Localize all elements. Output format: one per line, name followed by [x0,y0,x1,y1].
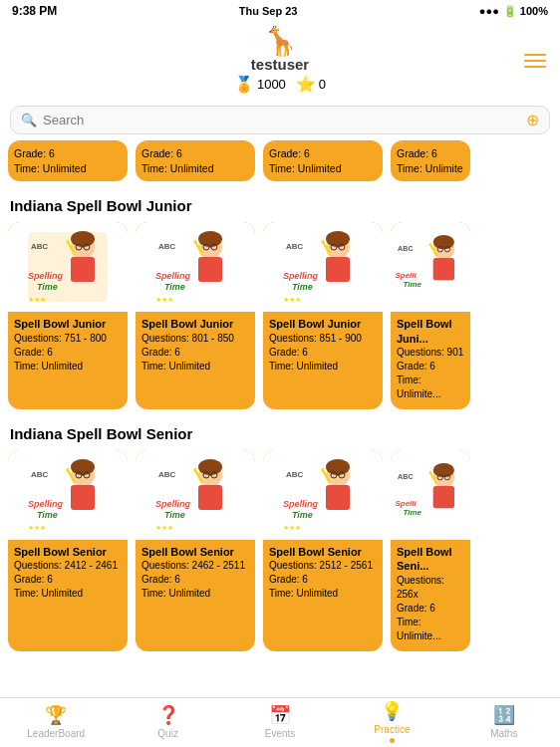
senior-card-time-4: Time: Unlimite... [397,616,464,643]
card-title-3: Spell Bowl Junior [269,317,377,331]
svg-text:Time: Time [292,510,313,520]
card-questions-4: Questions: 901 [397,346,464,360]
card-grade-3: Grade: 6 [269,346,377,360]
svg-text:Spelling: Spelling [28,499,64,509]
svg-text:ABC: ABC [31,470,49,479]
card-image-1: ABC Spelling Time [8,222,128,312]
time-label: Time: Unlimited [141,161,249,176]
spelling-time-illustration-s2: ABC Spelling Time ★★★ [150,455,240,535]
senior-card-time-1: Time: Unlimited [14,587,122,601]
svg-rect-80 [326,485,350,510]
card-time-1: Time: Unlimited [14,360,122,374]
card-body-3: Spell Bowl Junior Questions: 851 - 900 G… [263,312,383,373]
status-date: Thu Sep 23 [239,5,298,17]
tab-leaderboard[interactable]: 🏆 LeaderBoard [0,704,112,739]
menu-button[interactable] [524,54,546,68]
coins-display: 🏅 1000 [234,75,286,94]
spelling-time-illustration-4: ABC Spelli Time [391,227,470,307]
svg-text:Time: Time [37,510,58,520]
card-title-4: Spell Bowl Juni... [397,317,464,346]
senior-card-grade-4: Grade: 6 [397,602,464,616]
grade-label: Grade: 6 [397,146,464,161]
junior-card-3[interactable]: ABC Spelling Time ★★★ Spell Bowl Junior … [263,222,383,409]
svg-point-81 [326,459,350,475]
quiz-icon: ❓ [157,704,179,726]
partial-card-2[interactable]: Grade: 6 Time: Unlimited [136,140,255,181]
svg-point-18 [198,231,222,247]
svg-rect-43 [433,258,454,280]
junior-card-2[interactable]: ABC Spelling Time ★★★ Spell Bowl Junior … [136,222,255,409]
senior-card-4[interactable]: ABC Spelli Time Spell Bowl Seni... Quest… [391,450,470,651]
card-time-4: Time: Unlimite... [397,374,464,401]
svg-rect-4 [71,257,95,282]
svg-text:Time: Time [164,510,185,520]
search-clear-button[interactable]: ⊕ [526,111,539,129]
senior-card-1[interactable]: ABC Spelling Time ★★★ Spell Bowl Senior … [8,450,128,651]
senior-card-grade-1: Grade: 6 [14,573,122,587]
senior-card-2[interactable]: ABC Spelling Time ★★★ Spell Bowl Senior … [136,450,255,651]
card-questions-1: Questions: 751 - 800 [14,332,122,346]
status-bar: 9:38 PM Thu Sep 23 ●●● 🔋 100% [0,0,560,22]
svg-text:ABC: ABC [286,242,304,251]
svg-text:★★★: ★★★ [28,296,46,303]
senior-card-image-2: ABC Spelling Time ★★★ [136,450,255,540]
svg-text:ABC: ABC [158,242,176,251]
card-image-4: ABC Spelli Time [391,222,470,312]
partial-card-1[interactable]: Grade: 6 Time: Unlimited [8,140,128,181]
app-header: 🦒 testuser 🏅 1000 ⭐ 0 [0,22,560,100]
tab-practice-label: Practice [374,724,410,735]
card-time-2: Time: Unlimited [141,360,249,374]
tab-maths[interactable]: 🔢 Maths [448,704,560,739]
senior-card-time-2: Time: Unlimited [141,587,249,601]
svg-text:Spelli: Spelli [395,499,417,508]
svg-text:Spelling: Spelling [155,499,191,509]
header-stats: 🏅 1000 ⭐ 0 [234,75,326,94]
tab-bar: 🏆 LeaderBoard ❓ Quiz 📅 Events 💡 Practice… [0,697,560,747]
tab-quiz[interactable]: ❓ Quiz [112,704,223,739]
battery-icon: 🔋 100% [503,5,548,18]
star-icon: ⭐ [296,75,316,94]
svg-rect-93 [433,486,454,508]
main-scroll[interactable]: Grade: 6 Time: Unlimited Grade: 6 Time: … [0,140,560,728]
partial-card-4[interactable]: Grade: 6 Time: Unlimite [391,140,470,181]
senior-card-title-2: Spell Bowl Senior [141,545,249,559]
svg-text:Time: Time [164,282,185,292]
time-label: Time: Unlimited [269,161,377,176]
spelling-time-illustration-s3: ABC Spelling Time ★★★ [278,455,368,535]
stars-display: ⭐ 0 [296,75,326,94]
svg-text:Time: Time [403,281,421,290]
svg-point-55 [71,459,95,475]
grade-label: Grade: 6 [269,146,377,161]
search-input[interactable] [43,113,539,127]
spelling-time-illustration-s1: ABC Spelling Time ★★★ [23,455,113,535]
spelling-time-illustration-3: ABC Spelling Time ★★★ [278,227,368,307]
active-dot [390,738,395,743]
senior-card-3[interactable]: ABC Spelling Time ★★★ Spell Bowl Senior … [263,450,383,651]
practice-icon: 💡 [381,700,403,722]
card-title-1: Spell Bowl Junior [14,317,122,331]
senior-card-body-4: Spell Bowl Seni... Questions: 256x Grade… [391,540,470,643]
spelling-time-illustration-2: ABC Spelling Time ★★★ [150,227,240,307]
svg-text:ABC: ABC [398,245,413,253]
junior-card-1[interactable]: ABC Spelling Time [8,222,128,409]
spelling-time-illustration: ABC Spelling Time [23,227,113,307]
tab-events[interactable]: 📅 Events [224,704,336,739]
grade-label: Grade: 6 [141,146,249,161]
time-label: Time: Unlimite [397,161,464,176]
partial-card-3[interactable]: Grade: 6 Time: Unlimited [263,140,383,181]
search-icon: 🔍 [21,113,37,127]
svg-text:Spelling: Spelling [155,271,191,281]
coins-value: 1000 [257,77,286,92]
senior-card-time-3: Time: Unlimited [269,587,377,601]
svg-text:ABC: ABC [286,470,304,479]
tab-quiz-label: Quiz [157,728,178,739]
card-questions-2: Questions: 801 - 850 [141,332,249,346]
junior-card-4[interactable]: ABC Spelli Time Spell Bowl Juni... Quest… [391,222,470,409]
card-grade-4: Grade: 6 [397,360,464,374]
stars-value: 0 [319,77,326,92]
senior-card-body-3: Spell Bowl Senior Questions: 2512 - 2561… [263,540,383,601]
tab-practice[interactable]: 💡 Practice [336,700,447,743]
section-heading-junior: Indiana Spell Bowl Junior [0,189,560,218]
svg-text:★★★: ★★★ [155,296,173,303]
senior-card-grade-2: Grade: 6 [141,573,249,587]
